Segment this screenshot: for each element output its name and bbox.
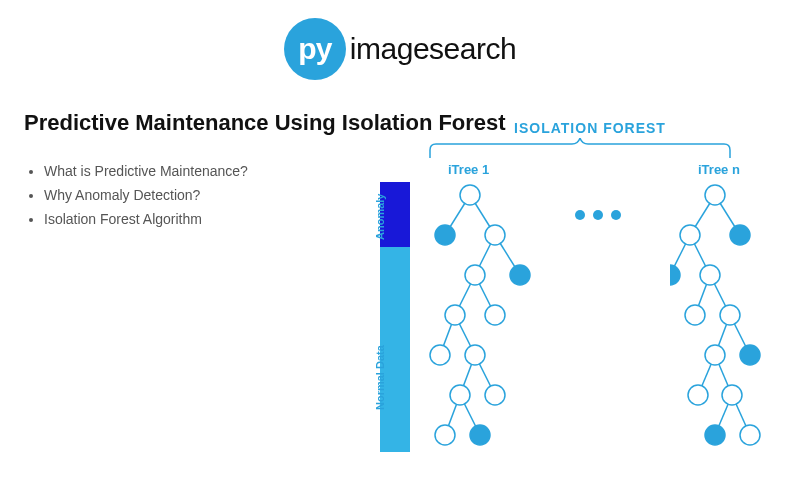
anomaly-label: Anomaly <box>374 194 386 240</box>
svg-point-21 <box>450 385 470 405</box>
svg-point-49 <box>740 425 760 445</box>
svg-point-38 <box>680 225 700 245</box>
brand-logo: py imagesearch <box>0 18 800 80</box>
bracket-icon <box>420 138 740 158</box>
svg-point-39 <box>730 225 750 245</box>
svg-point-20 <box>465 345 485 365</box>
svg-point-18 <box>485 305 505 325</box>
normal-data-label: Normal Data <box>374 345 386 410</box>
svg-point-37 <box>705 185 725 205</box>
svg-point-47 <box>722 385 742 405</box>
logo-py-text: py <box>298 32 331 66</box>
svg-point-19 <box>430 345 450 365</box>
logo-circle-icon: py <box>284 18 346 80</box>
svg-point-40 <box>670 265 680 285</box>
logo-rest-text: imagesearch <box>350 32 516 66</box>
svg-point-45 <box>740 345 760 365</box>
tree2-label: iTree n <box>698 162 740 177</box>
svg-point-44 <box>705 345 725 365</box>
svg-point-48 <box>705 425 725 445</box>
svg-point-16 <box>510 265 530 285</box>
svg-point-17 <box>445 305 465 325</box>
data-bar: Anomaly Normal Data <box>380 182 410 452</box>
svg-point-41 <box>700 265 720 285</box>
svg-point-46 <box>688 385 708 405</box>
svg-point-12 <box>460 185 480 205</box>
svg-point-22 <box>485 385 505 405</box>
itree-n <box>670 180 790 474</box>
isolation-forest-diagram: ISOLATION FOREST iTree 1 iTree n Anomaly… <box>390 120 790 480</box>
svg-point-43 <box>720 305 740 325</box>
svg-point-42 <box>685 305 705 325</box>
itree-1 <box>420 180 540 474</box>
tree1-label: iTree 1 <box>448 162 489 177</box>
svg-point-24 <box>470 425 490 445</box>
svg-point-15 <box>465 265 485 285</box>
svg-point-13 <box>435 225 455 245</box>
svg-point-14 <box>485 225 505 245</box>
ellipsis-icon <box>575 210 621 220</box>
svg-point-23 <box>435 425 455 445</box>
forest-label: ISOLATION FOREST <box>390 120 790 136</box>
